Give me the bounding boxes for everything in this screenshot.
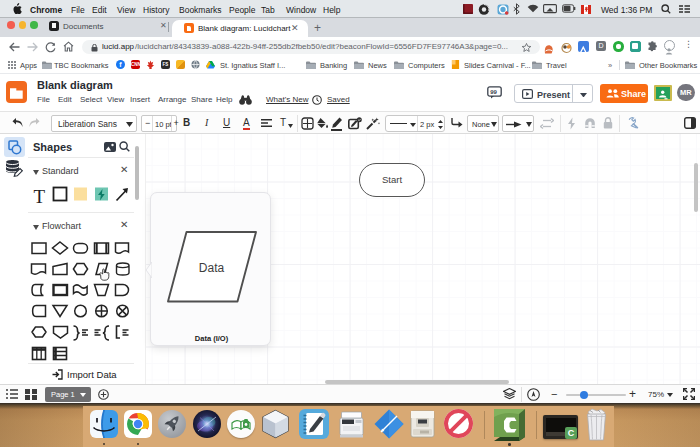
svg-text:T: T <box>34 186 46 207</box>
svg-text:99: 99 <box>490 89 497 95</box>
